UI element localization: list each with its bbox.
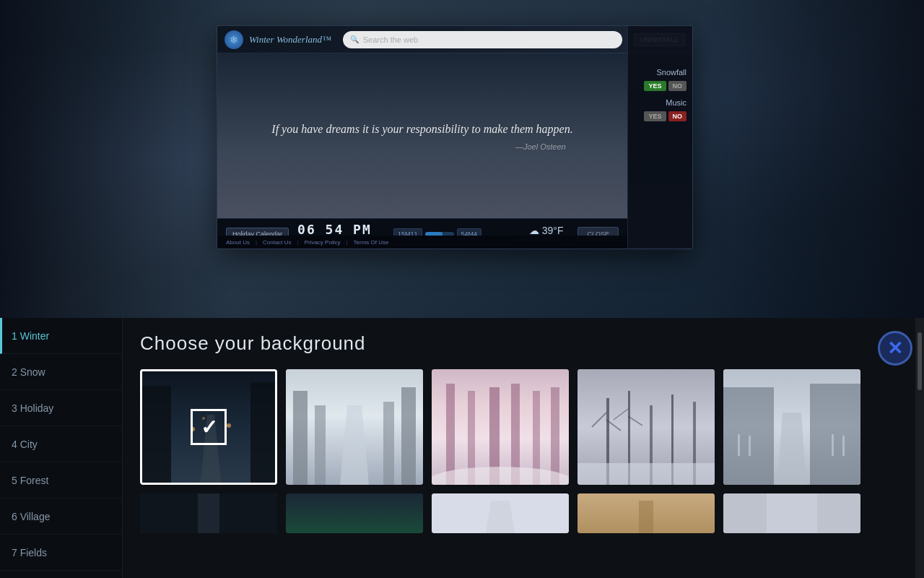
bottom-section: 1 Winter 2 Snow 3 Holiday 4 City 5 Fores… — [0, 318, 924, 578]
svg-rect-50 — [817, 493, 860, 533]
snowfall-toggle: YES NO — [634, 81, 687, 91]
sidebar-item-village-label: 6 Village — [12, 511, 50, 522]
svg-rect-41 — [140, 493, 198, 533]
sidebar-item-forest-label: 5 Forest — [12, 475, 48, 486]
sidebar-item-forest[interactable]: 5 Forest — [0, 462, 122, 499]
sidebar-item-winter-label: 1 Winter — [12, 330, 49, 342]
thumbnail-w9[interactable] — [578, 493, 715, 533]
quote-text: If you have dreams it is your responsibi… — [250, 121, 594, 138]
snowfall-label: Snowfall — [634, 68, 687, 77]
snowflake-icon: ❄ — [230, 34, 238, 46]
sidebar-item-snow[interactable]: 2 Snow — [0, 354, 122, 390]
sidebar-item-fields-label: 7 Fields — [12, 547, 47, 558]
svg-rect-6 — [250, 382, 277, 485]
thumbnail-w3[interactable] — [432, 369, 569, 485]
scrollbar-thumb[interactable] — [918, 332, 922, 390]
thumbnail-w7[interactable] — [286, 493, 423, 533]
music-toggle: YES NO — [634, 111, 687, 121]
svg-rect-14 — [446, 384, 455, 485]
sidebar: 1 Winter 2 Snow 3 Holiday 4 City 5 Fores… — [0, 318, 123, 578]
selected-checkmark: ✓ — [191, 409, 227, 445]
search-placeholder: Search the web — [363, 35, 418, 44]
svg-marker-33 — [777, 413, 806, 485]
svg-rect-11 — [315, 405, 326, 485]
search-icon: 🔍 — [350, 35, 359, 43]
close-x-icon: ✕ — [887, 339, 903, 358]
close-x-button[interactable]: ✕ — [878, 331, 912, 366]
svg-rect-38 — [832, 434, 834, 456]
svg-rect-5 — [142, 386, 171, 485]
svg-rect-37 — [749, 436, 751, 456]
thumbnail-w2[interactable] — [286, 369, 423, 485]
svg-rect-35 — [810, 384, 860, 485]
about-us-link[interactable]: About Us — [226, 239, 250, 246]
top-background: ❄ Winter Wonderland™ 🔍 Search the web UN… — [0, 0, 924, 318]
sidebar-item-snow-label: 2 Snow — [12, 366, 45, 378]
sidebar-item-village[interactable]: 6 Village — [0, 499, 122, 535]
svg-rect-10 — [401, 387, 416, 485]
sidebar-item-city-label: 4 City — [12, 439, 38, 450]
search-bar[interactable]: 🔍 Search the web — [343, 31, 622, 48]
svg-rect-31 — [578, 463, 715, 485]
svg-rect-36 — [738, 434, 740, 456]
gallery-title: Choose your background — [140, 332, 898, 355]
thumbnail-w5[interactable] — [723, 369, 860, 485]
app-logo-icon: ❄ — [225, 30, 243, 49]
sidebar-item-winter[interactable]: 1 Winter — [0, 318, 122, 354]
time-display: 06 54 PM — [297, 222, 385, 237]
svg-point-3 — [227, 423, 231, 428]
gallery-main: Choose your background — [123, 318, 915, 578]
temperature-value: 39°F — [542, 225, 564, 236]
thumbnail-w4[interactable] — [578, 369, 715, 485]
tree-left — [0, 0, 231, 318]
app-header: ❄ Winter Wonderland™ 🔍 Search the web UN… — [217, 26, 692, 53]
music-label: Music — [634, 98, 687, 107]
weather-icon: ☁ — [529, 225, 539, 236]
snowfall-yes-button[interactable]: YES — [644, 81, 666, 91]
sidebar-item-holiday[interactable]: 3 Holiday — [0, 390, 122, 426]
right-panel: Snowfall YES NO Music YES NO — [627, 26, 692, 249]
music-no-button[interactable]: NO — [668, 111, 687, 121]
thumbnail-w8[interactable] — [432, 493, 569, 533]
scroll-bar[interactable] — [915, 318, 924, 578]
svg-rect-39 — [842, 436, 845, 456]
app-content-area: If you have dreams it is your responsibi… — [217, 53, 627, 218]
svg-rect-12 — [383, 402, 394, 485]
svg-marker-45 — [486, 501, 515, 533]
weather-temp: ☁ 39°F — [514, 225, 563, 236]
privacy-policy-link[interactable]: Privacy Policy — [305, 239, 341, 246]
thumbnail-w1[interactable]: ✓ — [140, 369, 277, 485]
app-window: ❄ Winter Wonderland™ 🔍 Search the web UN… — [217, 25, 693, 249]
footer-links-bar: About Us | Contact Us | Privacy Policy |… — [217, 236, 627, 249]
svg-rect-47 — [639, 501, 653, 533]
music-yes-button[interactable]: YES — [644, 111, 666, 121]
svg-rect-49 — [723, 493, 767, 533]
snowfall-no-button[interactable]: NO — [668, 81, 687, 91]
svg-rect-19 — [551, 387, 559, 485]
app-title: Winter Wonderland™ — [249, 34, 331, 46]
tree-right — [707, 0, 924, 318]
sidebar-item-city[interactable]: 4 City — [0, 426, 122, 462]
sidebar-item-holiday-label: 3 Holiday — [12, 402, 53, 414]
quote-author: —Joel Osteen — [250, 142, 594, 151]
gallery-row-1: ✓ — [140, 369, 898, 485]
svg-rect-43 — [286, 493, 423, 533]
winter-scene: If you have dreams it is your responsibi… — [217, 53, 627, 218]
svg-rect-42 — [219, 493, 277, 533]
gallery-row-2 — [140, 493, 898, 533]
terms-link[interactable]: Terms Of Use — [354, 239, 389, 246]
thumbnail-w10[interactable] — [723, 493, 860, 533]
sidebar-item-fields[interactable]: 7 Fields — [0, 535, 122, 571]
svg-rect-9 — [293, 391, 308, 485]
thumbnail-w6[interactable] — [140, 493, 277, 533]
contact-us-link[interactable]: Contact Us — [263, 239, 292, 246]
